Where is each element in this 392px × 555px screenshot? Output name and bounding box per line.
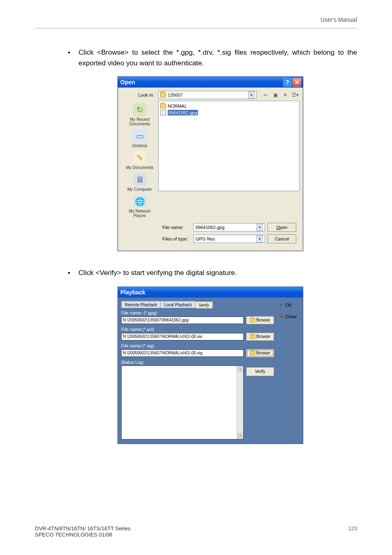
back-icon[interactable]: ⇦: [261, 91, 270, 99]
filename-label: File name:: [161, 225, 191, 230]
scrollbar[interactable]: ▴ ▾: [237, 366, 243, 439]
gpg-file-input[interactable]: N:\20050602\135607\89641062.gpg: [121, 317, 244, 324]
gpg-file-label: File name: (*.gpg): [121, 310, 274, 315]
my-documents-icon: ✎: [133, 151, 146, 164]
header-right: User's Manual: [321, 16, 357, 23]
filetype-select[interactable]: GPG files ▼: [194, 235, 265, 243]
new-folder-icon[interactable]: ✳: [281, 91, 290, 99]
bullet-text-1: Click <Browse> to select the *.gpg, *.dr…: [78, 47, 357, 68]
bullet-dot: •: [64, 268, 78, 278]
help-button[interactable]: ?: [283, 78, 292, 87]
playback-title: Playback: [120, 289, 145, 296]
tab-verify[interactable]: Verify: [195, 301, 213, 308]
chevron-down-icon[interactable]: ▼: [256, 224, 263, 231]
playback-right-panel: ✔ OK ✖ Close: [277, 298, 303, 444]
verify-button[interactable]: Verify: [246, 367, 274, 376]
scroll-down-icon[interactable]: ▾: [237, 432, 243, 439]
page-number: 123: [348, 525, 357, 538]
tab-remote-playback[interactable]: Remote Playback: [121, 301, 161, 308]
open-button[interactable]: Open: [267, 223, 296, 232]
views-menu-icon[interactable]: ☰▾: [291, 91, 300, 99]
place-my-computer[interactable]: 🖥 My Computer: [122, 172, 157, 193]
bullet-dot: •: [64, 47, 78, 68]
open-title: Open: [120, 79, 282, 86]
folder-icon: [160, 92, 166, 97]
file-name: 89641062.gpg: [168, 110, 198, 116]
folder-open-icon: [250, 318, 255, 322]
sig-file-input[interactable]: N:\20050602\135607\NORMAL\ch01-00.sig: [121, 349, 244, 357]
lookin-label: Look in:: [121, 92, 158, 97]
lookin-value: 135607: [168, 92, 183, 97]
bullet-paragraph-1: • Click <Browse> to select the *.gpg, *.…: [64, 47, 357, 68]
open-titlebar: Open ? ✕: [118, 77, 303, 88]
chevron-down-icon[interactable]: ▼: [248, 91, 255, 99]
footer-product-line: DVR-4TN/8TN/16TN/ 16TS/16TT Series: [35, 525, 130, 532]
file-name: NORMAL: [168, 104, 187, 109]
scroll-up-icon[interactable]: ▴: [237, 366, 243, 372]
place-label: My Network Places: [122, 209, 157, 218]
file-list-area[interactable]: NORMAL 89641062.gpg: [158, 101, 300, 191]
my-computer-icon: 🖥: [133, 173, 146, 186]
desktop-icon: ▭: [133, 130, 146, 143]
close-button[interactable]: ✖ Close: [280, 312, 300, 321]
filetype-value: GPG files: [196, 236, 215, 241]
up-one-level-icon[interactable]: ▣: [271, 91, 280, 99]
avi-file-input[interactable]: N:\20050602\135607\NORMAL\ch01-00.avi: [121, 333, 244, 340]
place-label: My Documents: [122, 165, 157, 170]
folder-icon: [160, 104, 166, 109]
filename-value: 89641062.gpg: [196, 225, 224, 230]
bullet-paragraph-2: • Click <Verify> to start verifying the …: [64, 268, 357, 278]
place-label: My Recent Documents: [122, 117, 157, 126]
recent-documents-icon: ↻: [133, 103, 146, 116]
browse-sig-button[interactable]: Browse: [246, 349, 274, 357]
close-button[interactable]: ✕: [293, 78, 301, 87]
header-rule: [35, 28, 357, 28]
chevron-down-icon[interactable]: ▼: [256, 235, 263, 243]
gpg-file-icon: [160, 110, 166, 116]
status-log-textarea[interactable]: ▴ ▾: [121, 365, 244, 439]
sig-file-label: File name:(*.sig): [121, 343, 274, 348]
network-places-icon: 🌐: [133, 195, 146, 208]
place-desktop[interactable]: ▭ Desktop: [122, 129, 157, 150]
place-my-network-places[interactable]: 🌐 My Network Places: [122, 194, 157, 220]
playback-tabs: Remote Playback Local Playback Verify: [121, 301, 274, 308]
check-icon: ✔: [280, 302, 284, 308]
places-bar: ↻ My Recent Documents ▭ Desktop ✎ My Doc…: [121, 101, 158, 220]
footer-company-line: SPECO TECHNOLOGIES 01/06: [35, 532, 130, 538]
tab-local-playback[interactable]: Local Playback: [160, 301, 195, 308]
place-my-documents[interactable]: ✎ My Documents: [122, 150, 157, 171]
playback-titlebar: Playback: [118, 287, 303, 298]
open-dialog: Open ? ✕ Look in: 135607 ▼ ⇦ ▣ ✳: [118, 76, 303, 251]
file-item-selected[interactable]: 89641062.gpg: [160, 109, 198, 116]
ok-button[interactable]: ✔ OK: [280, 301, 300, 309]
place-label: My Computer: [122, 187, 157, 192]
browse-gpg-button[interactable]: Browse: [246, 316, 274, 324]
cancel-button[interactable]: Cancel: [267, 234, 296, 243]
folder-open-icon: [250, 335, 255, 339]
page-footer: DVR-4TN/8TN/16TN/ 16TS/16TT Series SPECO…: [35, 525, 357, 538]
playback-dialog: Playback Remote Playback Local Playback …: [118, 287, 303, 444]
folder-open-icon: [250, 351, 255, 355]
file-item-folder[interactable]: NORMAL: [160, 103, 297, 109]
browse-avi-button[interactable]: Browse: [246, 333, 274, 341]
close-icon: ✖: [280, 314, 284, 319]
filename-input[interactable]: 89641062.gpg ▼: [194, 223, 265, 231]
place-my-recent-documents[interactable]: ↻ My Recent Documents: [122, 102, 157, 128]
filetype-label: Files of type:: [161, 236, 191, 241]
bullet-text-2: Click <Verify> to start verifying the di…: [78, 268, 357, 278]
avi-file-label: File name:(*.avi): [121, 327, 274, 332]
place-label: Desktop: [122, 143, 157, 148]
lookin-combo[interactable]: 135607 ▼: [158, 91, 257, 99]
status-log-label: Status Log:: [121, 360, 274, 365]
